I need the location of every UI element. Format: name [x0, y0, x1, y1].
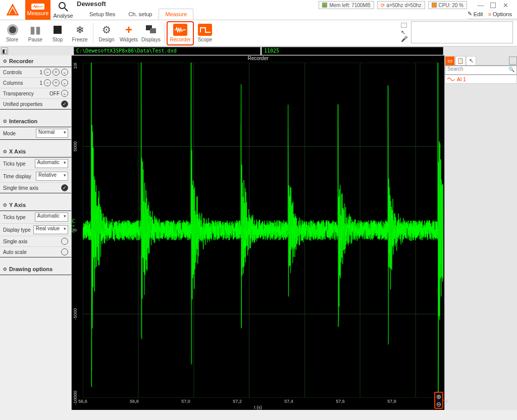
app-title: Dewesoft	[76, 0, 319, 9]
magnify-icon	[58, 2, 68, 12]
sample-counter: 11025	[262, 47, 443, 55]
section-interaction[interactable]: ⊙Interaction	[0, 116, 71, 127]
svg-line-3	[65, 8, 68, 11]
xticks-select[interactable]: Automatic	[35, 159, 68, 168]
path-bar: ◧ C:\DewesoftX3SP8x86\Data\Test.dxd 1102…	[0, 46, 517, 56]
store-button[interactable]: Store	[0, 21, 24, 46]
status-mem: Mem left: 7100MB	[319, 1, 374, 9]
app-logo	[0, 0, 25, 20]
gear-icon: ⚙	[100, 24, 113, 36]
autoscale-radio[interactable]	[61, 248, 68, 255]
timedisplay-select[interactable]: Relative	[36, 172, 68, 181]
scope-button[interactable]: Scope	[194, 21, 216, 46]
section-drawing[interactable]: ⊙Drawing options	[0, 264, 71, 275]
singletime-check[interactable]: ✓	[61, 184, 68, 191]
section-xaxis[interactable]: ⊙X Axis	[0, 146, 71, 158]
options-menu[interactable]: ≡Options	[488, 11, 512, 17]
yticks-select[interactable]: Automatic	[35, 213, 68, 222]
channel-panel: ▭ 📋 ↖ Search🔍 AI 1	[444, 56, 517, 410]
edit-menu[interactable]: ✎Edit	[468, 11, 483, 17]
mode-select[interactable]: Normal	[36, 129, 68, 138]
minus-button[interactable]: −	[44, 69, 51, 76]
freeze-button[interactable]: ❄Freeze	[69, 21, 91, 46]
window-minimize[interactable]: —	[477, 2, 484, 9]
title-bar: Measure Analyse Dewesoft Setup files Ch.…	[0, 0, 517, 20]
window-maximize[interactable]	[490, 3, 496, 8]
svg-rect-7	[150, 28, 156, 33]
search-input[interactable]: Search🔍	[445, 66, 517, 75]
y-axis: 1000050000-5000-10000	[73, 63, 82, 398]
folder-icon: ▭	[447, 58, 452, 64]
subtab-ch-setup[interactable]: Ch. setup	[122, 9, 159, 20]
svg-point-2	[59, 3, 65, 9]
status-sync: ⟳a=50hz d=50hz	[377, 1, 425, 9]
chevron-down-icon: ⊙	[3, 59, 7, 64]
design-button[interactable]: ⚙Design	[95, 21, 118, 46]
plus-button[interactable]: +	[53, 69, 60, 76]
edit-icon: ✎	[468, 11, 472, 17]
stop-button[interactable]: Stop	[46, 21, 69, 46]
left-panel-toggle[interactable]: ◧	[1, 47, 8, 55]
channel-ai1[interactable]: AI 1	[445, 75, 517, 84]
tab-analyse[interactable]: Analyse	[50, 0, 76, 20]
sync-icon: ⟳	[381, 3, 385, 8]
subtab-measure[interactable]: Measure	[159, 9, 193, 20]
plot-title: Recorder	[72, 56, 444, 63]
status-cpu: CPU: 20 %	[428, 1, 467, 9]
right-panel-toggle[interactable]	[509, 57, 517, 65]
x-axis-label: t (s)	[254, 405, 262, 410]
unified-check[interactable]: ✓	[61, 100, 68, 108]
svg-point-5	[9, 26, 16, 33]
toolbar: Store ▮▮Pause Stop ❄Freeze ⚙Design +Widg…	[0, 20, 517, 46]
x-axis: 56,656,857,057,257,457,657,857,9	[83, 399, 443, 405]
plus-icon: +	[123, 24, 135, 36]
zoom-in-button[interactable]: ⊕	[435, 393, 442, 400]
mini-tools[interactable]: ↖🎤	[401, 21, 408, 41]
cursor-tab[interactable]: ↖	[466, 56, 476, 65]
recorder-plot[interactable]: Recorder AI 1 (•) 1000050000-5000-10000 …	[72, 56, 444, 410]
sub-tabs: Setup files Ch. setup Measure	[76, 9, 319, 20]
singleaxis-radio[interactable]	[61, 238, 68, 245]
search-icon: 🔍	[508, 67, 514, 72]
section-recorder[interactable]: ⊙Recorder	[0, 56, 71, 67]
channels-tab[interactable]: ▭	[445, 56, 455, 65]
clipboard-tab[interactable]: 📋	[455, 56, 466, 65]
expand-button[interactable]: ⌄	[61, 69, 68, 76]
list-icon: ≡	[488, 11, 491, 17]
section-yaxis[interactable]: ⊙Y Axis	[0, 199, 71, 211]
properties-panel: ⊙Recorder Controls1−+⌄ Columns1−+⌄ Trans…	[0, 56, 72, 410]
subtab-setup-files[interactable]: Setup files	[83, 9, 122, 20]
widgets-button[interactable]: +Widgets	[118, 21, 140, 46]
zoom-out-button[interactable]: ⊖	[435, 400, 442, 408]
file-path[interactable]: C:\DewesoftX3SP8x86\Data\Test.dxd	[74, 47, 261, 55]
window-close[interactable]: ✕	[502, 2, 509, 9]
events-panel	[411, 21, 513, 43]
displaytype-select[interactable]: Real value	[33, 225, 68, 234]
pause-button[interactable]: ▮▮Pause	[24, 21, 46, 46]
wave-icon	[447, 77, 454, 82]
displays-button[interactable]: Displays	[140, 21, 162, 46]
displays-icon	[145, 24, 157, 36]
snowflake-icon: ❄	[74, 24, 86, 36]
tab-measure[interactable]: Measure	[25, 0, 50, 20]
recorder-button[interactable]: Recorder	[167, 21, 194, 45]
zoom-controls[interactable]: ⊕ ⊖	[434, 392, 443, 409]
